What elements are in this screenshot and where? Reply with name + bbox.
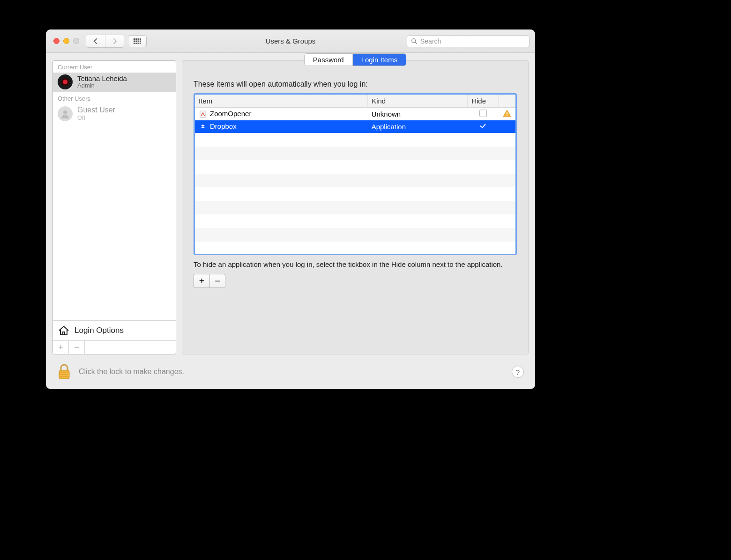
search-field[interactable]: [407, 35, 530, 47]
titlebar: Users & Groups: [46, 29, 535, 53]
svg-rect-2: [138, 38, 139, 40]
lock-hint-text: Click the lock to make changes.: [79, 368, 184, 376]
table-row-empty: [195, 187, 515, 201]
svg-rect-16: [507, 112, 507, 114]
table-row-empty: [195, 228, 515, 242]
column-header-item[interactable]: Item: [195, 95, 368, 108]
guest-user-name: Guest User: [77, 106, 115, 114]
table-row-empty: [195, 147, 515, 160]
svg-rect-17: [507, 115, 507, 116]
lock-button[interactable]: [57, 363, 71, 380]
svg-rect-1: [135, 38, 137, 40]
content-area: Current User Tetiana Leheida Admin Other…: [46, 53, 535, 354]
minimize-button[interactable]: [63, 38, 69, 44]
table-row-empty: [195, 160, 515, 174]
add-login-item-button[interactable]: +: [194, 274, 209, 288]
nav-group: [86, 35, 124, 48]
search-input[interactable]: [420, 37, 525, 45]
column-header-warning: [499, 95, 515, 108]
app-generic-icon: [199, 110, 207, 118]
house-icon: [58, 324, 70, 337]
svg-rect-8: [134, 43, 135, 44]
column-header-kind[interactable]: Kind: [368, 95, 468, 108]
add-user-button[interactable]: +: [53, 341, 69, 354]
grid-icon: [134, 38, 141, 44]
item-kind: Unknown: [368, 108, 468, 121]
svg-rect-3: [140, 38, 141, 40]
sidebar-current-user[interactable]: Tetiana Leheida Admin: [53, 73, 176, 92]
zoom-button[interactable]: [73, 38, 79, 44]
sidebar-add-remove: + −: [53, 340, 176, 354]
svg-line-13: [415, 42, 417, 43]
table-row-empty: [195, 174, 515, 187]
remove-user-button[interactable]: −: [69, 341, 85, 354]
svg-rect-6: [138, 40, 139, 42]
svg-rect-5: [135, 40, 137, 42]
item-name: ZoomOpener: [210, 110, 251, 118]
show-all-button[interactable]: [128, 35, 147, 47]
close-button[interactable]: [53, 38, 60, 44]
chevron-right-icon: [112, 38, 117, 44]
hide-hint-text: To hide an application when you log in, …: [194, 260, 517, 269]
avatar: [58, 74, 73, 89]
item-kind: Application: [368, 120, 468, 133]
svg-rect-15: [200, 111, 206, 118]
item-name: Dropbox: [210, 122, 237, 130]
current-user-section-label: Current User: [53, 61, 176, 73]
back-button[interactable]: [86, 35, 105, 47]
table-row[interactable]: ZoomOpenerUnknown: [195, 108, 515, 121]
chevron-left-icon: [93, 38, 98, 44]
table-row[interactable]: DropboxApplication: [195, 120, 515, 133]
warning-icon: [503, 110, 511, 117]
user-name-label: Tetiana Leheida: [77, 74, 127, 82]
login-options-button[interactable]: Login Options: [53, 320, 176, 340]
login-items-add-remove: + −: [194, 274, 517, 288]
hide-checkbox[interactable]: [479, 122, 487, 130]
table-row-empty: [195, 214, 515, 228]
sidebar-guest-user[interactable]: Guest User Off: [53, 104, 176, 124]
svg-rect-0: [134, 38, 135, 40]
search-icon: [411, 38, 418, 44]
user-role-label: Admin: [77, 82, 127, 89]
main-panel: Password Login Items These items will op…: [182, 60, 529, 354]
lock-icon: [58, 364, 71, 380]
svg-rect-10: [138, 43, 139, 44]
svg-rect-11: [140, 43, 141, 44]
window-controls: [53, 38, 79, 44]
login-items-table[interactable]: Item Kind Hide ZoomOpenerUnknownDropboxA…: [194, 93, 517, 255]
tab-bar: Password Login Items: [194, 60, 517, 73]
guest-avatar-icon: [58, 106, 73, 121]
hide-checkbox[interactable]: [479, 110, 487, 117]
login-items-intro: These items will open automatically when…: [194, 80, 517, 88]
help-button[interactable]: ?: [512, 366, 524, 378]
dropbox-icon: [199, 123, 207, 131]
forward-button[interactable]: [105, 35, 124, 47]
table-row-empty: [195, 133, 515, 147]
svg-rect-9: [135, 43, 137, 44]
footer: Click the lock to make changes. ?: [46, 354, 535, 389]
preferences-window: Users & Groups Current User Tetiana Lehe…: [46, 29, 535, 389]
other-users-section-label: Other Users: [53, 92, 176, 104]
svg-rect-4: [134, 40, 135, 42]
table-row-empty: [195, 201, 515, 214]
login-options-label: Login Options: [75, 326, 124, 335]
column-header-hide[interactable]: Hide: [468, 95, 499, 108]
user-sidebar: Current User Tetiana Leheida Admin Other…: [52, 60, 176, 354]
guest-user-status: Off: [77, 115, 115, 122]
svg-rect-7: [140, 40, 141, 42]
svg-point-14: [63, 111, 67, 114]
tab-password[interactable]: Password: [305, 54, 352, 66]
svg-point-12: [412, 38, 416, 42]
remove-login-item-button[interactable]: −: [209, 274, 225, 288]
tab-login-items[interactable]: Login Items: [352, 54, 406, 66]
